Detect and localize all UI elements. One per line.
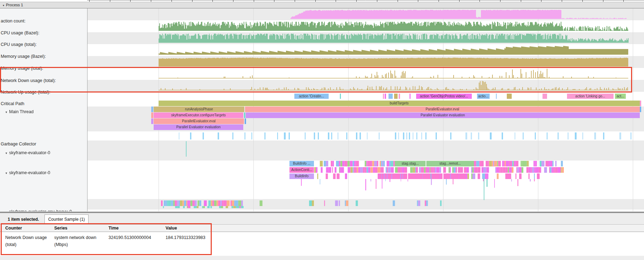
cell-value: 184.1793113323983	[166, 234, 246, 241]
slice[interactable]	[640, 101, 641, 106]
slice[interactable]	[399, 94, 400, 99]
process-header-label: Process 1	[6, 3, 23, 7]
sidebar-item-label: skyframe-evaluator-0	[9, 150, 50, 155]
slice-skyframeexecutor-configuretargets[interactable]: skyframeExecutor.configureTargets	[154, 112, 243, 118]
sidebar-item-cpu-usage-total[interactable]: CPU usage (total):	[0, 42, 86, 47]
collapse-icon: ▾	[3, 3, 4, 8]
slice-actionconti[interactable]: ActionConti...	[289, 167, 314, 173]
details-table-header: CounterSeriesTimeValue	[0, 224, 644, 232]
collapse-icon[interactable]: ▾	[4, 110, 9, 114]
slice-act[interactable]: act...	[615, 94, 626, 99]
slice[interactable]	[244, 112, 245, 118]
slice[interactable]	[245, 118, 246, 124]
sidebar-item-label: CPU usage (total):	[1, 42, 37, 47]
slice[interactable]	[640, 107, 641, 112]
sidebar-item-network-up-usage-total[interactable]: Network Up usage (total):	[0, 90, 86, 95]
slice[interactable]	[496, 94, 497, 99]
slice[interactable]	[394, 94, 398, 99]
sidebar-item-label: Main Thread	[9, 109, 34, 114]
slice[interactable]	[383, 94, 384, 99]
slice-buildinfo[interactable]: BuildInfo ...	[289, 161, 314, 166]
slice-parallel-evaluator-evaluation[interactable]: Parallel Evaluator evaluation	[154, 124, 243, 130]
slice[interactable]	[507, 94, 512, 99]
cell-series: system network down (Mbps)	[54, 234, 105, 248]
slice[interactable]	[340, 94, 341, 99]
slice-action-linking-go[interactable]: action 'Linking go...	[567, 94, 614, 99]
sidebar-item-label: Critical Path	[1, 101, 24, 106]
slice[interactable]	[388, 94, 393, 99]
slice-buildinfo[interactable]: BuildInfo	[289, 173, 314, 179]
slice-action-creatin[interactable]: action 'Creatin...	[294, 94, 329, 99]
sidebar-item-label: Memory usage (Bazel):	[1, 54, 46, 59]
collapse-icon[interactable]: ▾	[4, 171, 9, 175]
slice-stag-stag[interactable]: stag.stag...	[395, 161, 426, 166]
process-header[interactable]: ▾Process 1	[0, 2, 644, 8]
sidebar-item-label: Network Down usage (total):	[1, 78, 56, 83]
slice-actio[interactable]: actio...	[477, 94, 490, 99]
slice[interactable]	[151, 118, 153, 124]
sidebar-item-action-count[interactable]: action count:	[0, 19, 86, 23]
slice-action-genobjcprotos-video[interactable]: action 'GenObjcProtos video/...	[416, 94, 472, 99]
sidebar-item-garbage-collector[interactable]: Garbage Collector	[0, 142, 86, 146]
track-sidebar: action count:CPU usage (Bazel):CPU usage…	[0, 8, 87, 211]
slice-buildtargets[interactable]: buildTargets	[159, 101, 640, 106]
details-table-row[interactable]: Network Down usage (total)system network…	[0, 232, 644, 256]
sidebar-item-label: CPU usage (Bazel):	[1, 30, 39, 35]
sidebar-item-critical-path[interactable]: Critical Path	[0, 101, 86, 106]
sidebar-item-skyframe-evaluator-0[interactable]: ▾skyframe-evaluator-0	[0, 150, 89, 155]
slice-stag-remot[interactable]: stag...remot...	[426, 161, 474, 166]
sidebar-item-label: skyframe-evaluator-0	[9, 170, 50, 175]
sidebar-item-skyframe-evaluator-0[interactable]: ▾skyframe-evaluator-0	[0, 170, 89, 175]
sidebar-item-network-down-usage-total[interactable]: Network Down usage (total):	[0, 78, 86, 83]
collapse-icon[interactable]: ▾	[4, 151, 9, 155]
sidebar-item-label: Garbage Collector	[1, 142, 36, 146]
slice-parallelevaluator-eval[interactable]: ParallelEvaluator.eval	[154, 118, 244, 124]
cell-counter: Network Down usage (total)	[5, 234, 49, 248]
tab-counter-sample[interactable]: Counter Sample (1)	[44, 214, 89, 224]
slice[interactable]	[385, 94, 386, 99]
column-header-time[interactable]: Time	[108, 225, 163, 232]
sidebar-item-main-thread[interactable]: ▾Main Thread	[0, 109, 89, 114]
sidebar-item-cpu-usage-bazel[interactable]: CPU usage (Bazel):	[0, 30, 86, 35]
sidebar-item-label: Network Up usage (total):	[1, 90, 50, 95]
sidebar-item-label: action count:	[1, 19, 26, 23]
column-header-value[interactable]: Value	[166, 225, 246, 232]
selection-status: 1 item selected.	[8, 214, 39, 224]
slice-runanalysisphase[interactable]: runAnalysisPhase	[154, 107, 244, 112]
slice[interactable]	[151, 107, 153, 112]
sidebar-item-memory-usage-total[interactable]: Memory usage (total):	[0, 66, 86, 71]
sidebar-item-memory-usage-bazel[interactable]: Memory usage (Bazel):	[0, 54, 86, 59]
slice-parallelevaluator-eval[interactable]: ParallelEvaluator.eval	[245, 107, 640, 112]
trace-viewer: ▾Process 1 action count:CPU usage (Bazel…	[0, 0, 644, 260]
slice[interactable]	[542, 94, 547, 99]
slice-parallel-evaluator-evaluation[interactable]: Parallel Evaluator evaluation	[246, 112, 640, 118]
cell-time: 324190.51300000004	[108, 234, 163, 241]
sidebar-item-label: Memory usage (total):	[1, 66, 43, 71]
column-header-counter[interactable]: Counter	[5, 225, 49, 232]
slice[interactable]	[410, 94, 411, 99]
slice[interactable]	[151, 112, 153, 118]
column-header-series[interactable]: Series	[54, 225, 105, 232]
